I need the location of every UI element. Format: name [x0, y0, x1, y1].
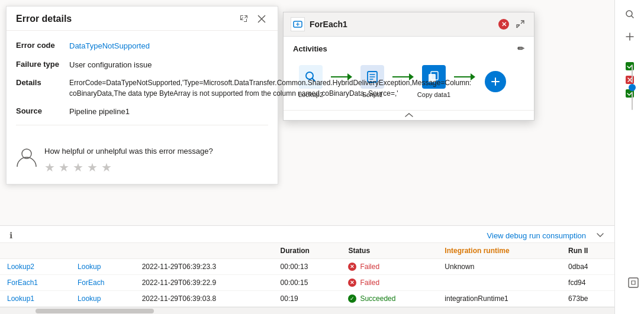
row1-timestamp: 2022-11-29T06:39:23.3: [135, 259, 273, 275]
star-1[interactable]: ★: [44, 160, 55, 174]
row3-status: ✓ Succeeded: [341, 291, 437, 307]
row3-runtime: integrationRuntime1: [437, 291, 561, 307]
table-toolbar: ℹ View debug run consumption: [0, 226, 614, 243]
failure-type-value: User configuration issue: [69, 59, 152, 71]
expand-button[interactable]: [237, 14, 250, 24]
table-row: ForEach1 ForEach 2022-11-29T06:39:22.9 0…: [0, 275, 614, 291]
failure-type-label: Failure type: [16, 59, 69, 69]
col-duration: Duration: [273, 243, 342, 259]
source-prefix: Pipeline: [69, 107, 96, 116]
foreach-popup-header: ForEach1 ✕: [284, 12, 534, 37]
collapse-table-icon[interactable]: [595, 231, 605, 240]
slider-track-top: [632, 65, 633, 83]
row3-runid: 673be: [561, 291, 614, 307]
col-runtime: Integration runtime: [437, 243, 561, 259]
foreach-icon-box: [291, 17, 305, 31]
slider-track-bottom: [632, 92, 633, 110]
row3-timestamp: 2022-11-29T06:39:03.8: [135, 291, 273, 307]
row3-duration: 00:19: [273, 291, 342, 307]
foreach-title: ForEach1: [310, 20, 347, 29]
bottom-table: ℹ View debug run consumption Duration St…: [0, 225, 614, 307]
foreach-error-badge: ✕: [498, 19, 509, 30]
row2-status: ✕ Failed: [341, 275, 437, 291]
row3-type[interactable]: Lookup: [70, 291, 135, 307]
error-details-panel: Error details Error code DataTypeNotSupp…: [6, 6, 278, 184]
scrollbar-thumb[interactable]: [36, 309, 154, 313]
info-icon: ℹ: [9, 231, 12, 240]
foreach-expand-btn[interactable]: [514, 19, 527, 30]
col-name: [0, 243, 70, 259]
activities-label: Activities ✏: [293, 44, 524, 53]
source-row: Source Pipeline pipeline1: [16, 106, 268, 118]
error-panel-title: Error details: [16, 14, 72, 24]
right-toolbar: [614, 0, 644, 314]
star-2[interactable]: ★: [59, 160, 69, 174]
row2-name[interactable]: ForEach1: [0, 275, 70, 291]
source-value: Pipeline pipeline1: [69, 106, 130, 118]
col-runid: Run II: [561, 243, 614, 259]
table-row: Lookup2 Lookup 2022-11-29T06:39:23.3 00:…: [0, 259, 614, 275]
source-label: Source: [16, 106, 69, 115]
col-timestamp: [135, 243, 273, 259]
feedback-content: How helpful or unhelpful was this error …: [44, 147, 213, 174]
zoom-slider[interactable]: [629, 65, 636, 110]
details-label: Details: [16, 77, 69, 87]
row1-status: ✕ Failed: [341, 259, 437, 275]
search-toolbar-icon[interactable]: [620, 5, 639, 24]
edit-icon[interactable]: ✏: [517, 44, 524, 53]
col-type: [70, 243, 135, 259]
error-code-row: Error code DataTypeNotSupported: [16, 40, 268, 52]
error-panel-header: Error details: [7, 7, 278, 31]
star-4[interactable]: ★: [87, 160, 98, 174]
row2-runid: fcd94: [561, 275, 614, 291]
star-3[interactable]: ★: [73, 160, 83, 174]
feedback-section: How helpful or unhelpful was this error …: [7, 142, 278, 184]
feedback-avatar-icon: [16, 147, 37, 168]
fail-icon-2: ✕: [348, 279, 356, 287]
activity-table: Duration Status Integration runtime Run …: [0, 243, 614, 307]
collapse-foreach-icon[interactable]: [404, 113, 414, 118]
row1-duration: 00:00:13: [273, 259, 342, 275]
expand-icon-row: [284, 110, 534, 120]
row1-type[interactable]: Lookup: [70, 259, 135, 275]
error-code-label: Error code: [16, 40, 69, 50]
foreach-body: Activities ✏ Lookup2: [284, 37, 534, 110]
row2-runtime: [437, 275, 561, 291]
failure-type-row: Failure type User configuration issue: [16, 59, 268, 71]
row1-runtime: Unknown: [437, 259, 561, 275]
row2-duration: 00:00:15: [273, 275, 342, 291]
row2-timestamp: 2022-11-29T06:39:22.9: [135, 275, 273, 291]
feedback-text: How helpful or unhelpful was this error …: [44, 147, 213, 156]
row3-name[interactable]: Lookup1: [0, 291, 70, 307]
star-5[interactable]: ★: [101, 160, 112, 174]
foreach-popup: ForEach1 ✕ Activities ✏: [283, 12, 534, 121]
row2-type[interactable]: ForEach: [70, 275, 135, 291]
col-status: Status: [341, 243, 437, 259]
row1-runid: 0dba4: [561, 259, 614, 275]
star-rating[interactable]: ★ ★ ★ ★ ★: [44, 160, 213, 174]
success-icon: ✓: [348, 294, 356, 303]
error-code-value[interactable]: DataTypeNotSupported: [69, 40, 150, 52]
foreach-title-row: ForEach1: [291, 17, 347, 31]
view-debug-link[interactable]: View debug run consumption: [487, 231, 586, 240]
error-panel-actions: [237, 14, 268, 24]
add-activity-btn[interactable]: [478, 71, 513, 92]
details-row: Details ErrorCode=DataTypeNotSupported,'…: [16, 77, 268, 99]
svg-rect-10: [629, 278, 638, 287]
row1-name[interactable]: Lookup2: [0, 259, 70, 275]
horizontal-scrollbar[interactable]: [0, 307, 614, 314]
divider: [16, 125, 268, 125]
details-value: ErrorCode=DataTypeNotSupported,'Type=Mic…: [69, 77, 471, 99]
fit-view-icon[interactable]: [627, 277, 639, 290]
fail-icon: ✕: [348, 263, 356, 271]
plus-toolbar-icon[interactable]: [620, 27, 639, 46]
slider-thumb[interactable]: [629, 84, 636, 91]
add-icon: [485, 71, 506, 92]
error-panel-body: Error code DataTypeNotSupported Failure …: [7, 31, 278, 142]
close-button[interactable]: [255, 14, 268, 24]
feedback-row: How helpful or unhelpful was this error …: [16, 147, 268, 174]
table-row: Lookup1 Lookup 2022-11-29T06:39:03.8 00:…: [0, 291, 614, 307]
pipeline-link[interactable]: pipeline1: [99, 107, 130, 116]
